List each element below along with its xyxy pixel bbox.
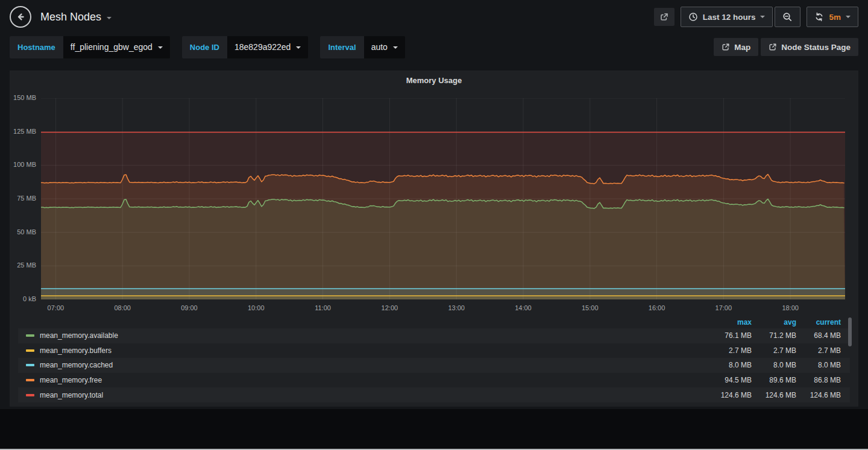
time-range-label: Last 12 hours <box>703 13 756 22</box>
series-name[interactable]: mean_memory.cached <box>40 361 707 369</box>
x-axis-tick: 16:00 <box>649 304 665 311</box>
series-color-swatch[interactable] <box>26 394 34 396</box>
back-arrow-icon <box>15 11 26 22</box>
zoom-out-button[interactable] <box>775 7 800 27</box>
series-avg: 89.6 MB <box>752 376 796 384</box>
series-max: 94.5 MB <box>707 376 752 384</box>
interval-filter-value: auto <box>371 42 388 52</box>
node-status-page-link-label: Node Status Page <box>781 43 851 52</box>
hostname-filter-value: ff_pliening_gbw_egod <box>71 42 153 52</box>
series-color-swatch[interactable] <box>26 349 34 352</box>
series-name[interactable]: mean_memory.available <box>40 331 707 340</box>
time-controls: Last 12 hours <box>681 7 801 27</box>
share-button[interactable] <box>654 8 675 26</box>
series-current: 2.7 MB <box>796 346 841 355</box>
series-avg: 2.7 MB <box>752 346 796 355</box>
legend-column-max[interactable]: max <box>707 318 752 327</box>
series-color-swatch[interactable] <box>26 379 34 381</box>
legend-row: mean_memory.buffers2.7 MB2.7 MB2.7 MB <box>18 343 850 358</box>
map-link-label: Map <box>734 43 750 52</box>
series-name[interactable]: mean_memory.buffers <box>40 346 707 355</box>
time-series-plot[interactable] <box>41 98 845 299</box>
dashboard-area: Memory Usage 150 MB125 MB100 MB75 MB50 M… <box>0 60 868 407</box>
map-link-button[interactable]: Map <box>714 38 758 56</box>
series-name[interactable]: mean_memory.free <box>40 376 707 384</box>
y-axis-tick: 25 MB <box>17 261 36 269</box>
page-title: Mesh Nodes <box>40 11 101 23</box>
chevron-down-icon <box>107 17 112 19</box>
grafana-app: Mesh Nodes <box>0 0 868 409</box>
x-axis-tick: 18:00 <box>782 304 799 311</box>
refresh-icon <box>814 12 824 22</box>
series-name[interactable]: mean_memory.total <box>40 391 707 399</box>
legend-table: max avg current mean_memory.available76.… <box>18 316 850 402</box>
y-axis-tick: 0 kB <box>23 295 36 302</box>
chevron-down-icon <box>296 46 301 49</box>
share-icon <box>659 12 669 22</box>
chevron-down-icon <box>760 16 765 18</box>
series-max: 124.6 MB <box>707 391 752 399</box>
chevron-down-icon <box>846 16 851 18</box>
x-axis-tick: 08:00 <box>114 304 131 311</box>
legend-column-avg[interactable]: avg <box>752 318 796 327</box>
dashboard-title-dropdown[interactable]: Mesh Nodes <box>40 11 112 23</box>
series-max: 8.0 MB <box>707 361 752 369</box>
x-axis-tick: 15:00 <box>582 304 599 311</box>
x-axis-tick: 14:00 <box>515 304 532 311</box>
legend-column-current[interactable]: current <box>796 318 841 327</box>
chevron-down-icon <box>393 46 398 49</box>
nodeid-filter-label: Node ID <box>182 36 227 58</box>
series-max: 76.1 MB <box>707 331 752 340</box>
series-current: 8.0 MB <box>796 361 841 369</box>
legend-scrollbar-thumb[interactable] <box>848 317 852 346</box>
panel-title[interactable]: Memory Usage <box>10 76 858 85</box>
legend-row: mean_memory.free94.5 MB89.6 MB86.8 MB <box>18 373 850 388</box>
series-current: 86.8 MB <box>796 376 841 384</box>
y-axis-labels: 150 MB125 MB100 MB75 MB50 MB25 MB0 kB <box>10 98 41 299</box>
y-axis-tick: 75 MB <box>17 195 36 202</box>
series-avg: 8.0 MB <box>752 361 796 369</box>
legend-row: mean_memory.available76.1 MB71.2 MB68.4 … <box>18 328 850 343</box>
chart-area: 150 MB125 MB100 MB75 MB50 MB25 MB0 kB <box>10 98 858 299</box>
x-axis-tick: 09:00 <box>181 304 198 311</box>
interval-filter-dropdown[interactable]: auto <box>364 36 405 58</box>
page-background <box>0 409 868 449</box>
refresh-button[interactable]: 5m <box>807 7 858 27</box>
series-max: 2.7 MB <box>707 346 752 355</box>
x-axis-tick: 07:00 <box>48 304 64 311</box>
refresh-interval-dropdown[interactable]: 5m <box>829 13 841 22</box>
hostname-filter-dropdown[interactable]: ff_pliening_gbw_egod <box>63 36 170 58</box>
x-axis-tick: 12:00 <box>382 304 398 311</box>
y-axis-tick: 150 MB <box>13 94 36 101</box>
y-axis-tick: 100 MB <box>13 161 36 168</box>
series-avg: 71.2 MB <box>752 331 796 340</box>
external-link-icon <box>769 43 777 51</box>
x-axis-labels: 07:0008:0009:0010:0011:0012:0013:0014:00… <box>41 304 845 313</box>
x-axis-tick: 10:00 <box>248 304 265 311</box>
y-axis-tick: 50 MB <box>17 228 36 236</box>
interval-filter: Interval auto <box>320 36 405 58</box>
hostname-filter-label: Hostname <box>10 36 63 58</box>
y-axis-tick: 125 MB <box>13 128 36 135</box>
legend-row: mean_memory.total124.6 MB124.6 MB124.6 M… <box>18 387 850 402</box>
navbar: Mesh Nodes <box>0 0 868 34</box>
zoom-out-icon <box>782 12 793 22</box>
nodeid-filter-dropdown[interactable]: 18e829a922ed <box>227 36 308 58</box>
legend-row: mean_memory.cached8.0 MB8.0 MB8.0 MB <box>18 358 850 373</box>
navbar-actions: Last 12 hours <box>654 7 858 27</box>
series-current: 124.6 MB <box>796 391 841 399</box>
memory-usage-panel: Memory Usage 150 MB125 MB100 MB75 MB50 M… <box>10 70 858 407</box>
series-current: 68.4 MB <box>796 331 841 340</box>
legend-rows: mean_memory.available76.1 MB71.2 MB68.4 … <box>18 328 850 402</box>
time-range-picker[interactable]: Last 12 hours <box>681 7 773 27</box>
chevron-down-icon <box>158 46 163 49</box>
node-status-page-link-button[interactable]: Node Status Page <box>761 38 858 56</box>
series-color-swatch[interactable] <box>26 364 34 366</box>
hostname-filter: Hostname ff_pliening_gbw_egod <box>10 36 170 58</box>
series-color-swatch[interactable] <box>26 334 34 337</box>
x-axis-tick: 13:00 <box>448 304 465 311</box>
external-link-icon <box>722 43 730 51</box>
nodeid-filter-value: 18e829a922ed <box>234 42 291 52</box>
back-button[interactable] <box>10 6 31 28</box>
refresh-controls: 5m <box>807 7 858 27</box>
